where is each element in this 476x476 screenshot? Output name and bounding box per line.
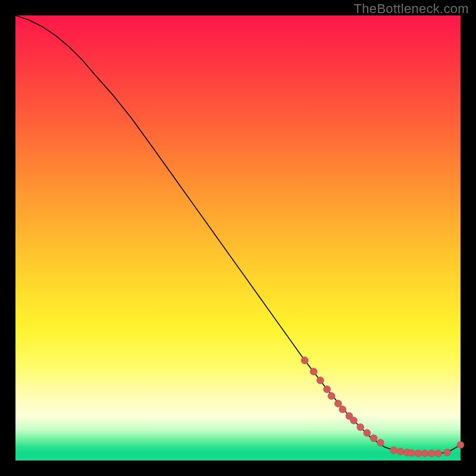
watermark-text: TheBottleneck.com xyxy=(354,1,469,17)
highlighted-points-group xyxy=(301,357,464,457)
data-point xyxy=(370,435,377,442)
data-point xyxy=(421,450,428,457)
data-point xyxy=(301,357,308,364)
data-point xyxy=(408,449,415,456)
data-point xyxy=(397,448,404,455)
plot-area xyxy=(15,15,461,461)
data-point xyxy=(328,393,335,400)
data-point xyxy=(377,439,384,446)
bottleneck-curve xyxy=(15,15,461,453)
data-point xyxy=(364,430,371,437)
chart-frame: TheBottleneck.com xyxy=(0,0,476,476)
data-point xyxy=(310,368,317,375)
data-point xyxy=(435,450,442,457)
data-point xyxy=(317,377,324,384)
data-point xyxy=(444,449,451,456)
data-point xyxy=(415,450,422,457)
data-point xyxy=(457,441,464,449)
data-point xyxy=(324,386,331,393)
data-point xyxy=(350,417,357,424)
data-point xyxy=(390,447,397,454)
data-point xyxy=(357,424,364,431)
data-point xyxy=(428,450,435,457)
data-point xyxy=(334,400,342,407)
data-point xyxy=(339,406,346,413)
chart-overlay xyxy=(15,15,461,461)
